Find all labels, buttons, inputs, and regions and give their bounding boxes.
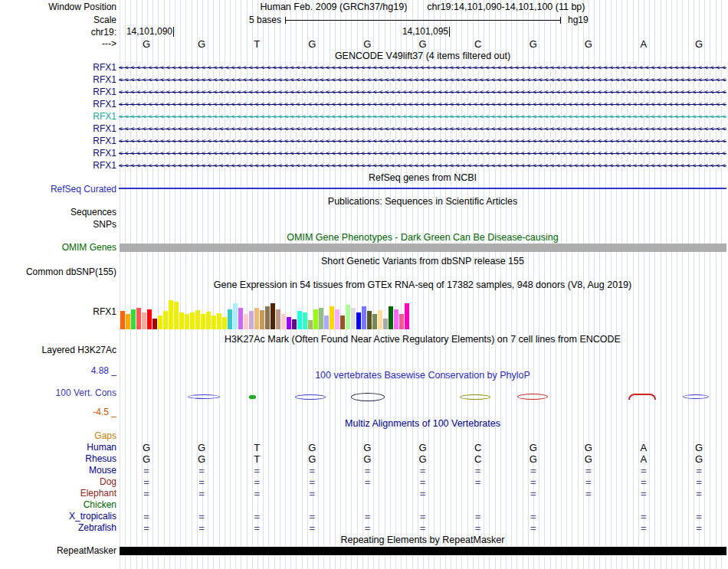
gtex-expression-bar[interactable] <box>206 312 211 329</box>
gtex-expression-bar[interactable] <box>152 319 157 329</box>
gtex-expression-bar[interactable] <box>351 308 356 329</box>
multiz-row-x_tropicalis[interactable]: X_tropicalis========== <box>0 511 728 522</box>
multiz-row-dog[interactable]: Dog=========== <box>0 476 728 488</box>
gtex-expression-bar[interactable] <box>158 316 162 329</box>
gtex-expression-bar[interactable] <box>195 310 200 329</box>
strand-direction-label[interactable]: ---> <box>0 38 116 49</box>
omim-gene-bar[interactable] <box>120 244 726 252</box>
gtex-expression-bar[interactable] <box>356 312 361 329</box>
gtex-expression-bar[interactable] <box>201 314 205 329</box>
gencode-track-title[interactable]: GENCODE V49lift37 (4 items filtered out) <box>119 51 726 61</box>
gencode-transcript-glyph[interactable]: <<<<<<<<<<<<<<<<<<<<<<<<<<<<<<<<<<<<<<<<… <box>119 135 726 147</box>
multiz-row-human[interactable]: HumanGGTGGGCGGAG <box>0 442 728 453</box>
gencode-transcript-glyph[interactable]: <<<<<<<<<<<<<<<<<<<<<<<<<<<<<<<<<<<<<<<<… <box>119 123 726 135</box>
species-label[interactable]: Elephant <box>0 488 116 499</box>
gtex-expression-bar[interactable] <box>281 314 286 329</box>
species-label[interactable]: Gaps <box>0 430 116 442</box>
vert-cons-label[interactable]: 100 Vert. Cons <box>0 388 116 398</box>
gencode-transcript-glyph[interactable]: <<<<<<<<<<<<<<<<<<<<<<<<<<<<<<<<<<<<<<<<… <box>119 74 726 86</box>
gtex-expression-bar[interactable] <box>362 306 366 329</box>
gtex-expression-bar[interactable] <box>212 316 216 329</box>
gencode-transcript-label[interactable]: RFX1 <box>0 61 116 74</box>
gtex-expression-bar[interactable] <box>185 314 189 329</box>
common-dbsnp-label[interactable]: Common dbSNP(155) <box>0 267 116 277</box>
gtex-expression-bar[interactable] <box>399 314 404 329</box>
gencode-transcript-row[interactable]: RFX1<<<<<<<<<<<<<<<<<<<<<<<<<<<<<<<<<<<<… <box>0 147 728 159</box>
gtex-expression-bar[interactable] <box>335 309 339 329</box>
h3k27ac-track-title[interactable]: H3K27Ac Mark (Often Found Near Active Re… <box>119 334 726 345</box>
gtex-expression-bar[interactable] <box>217 313 221 329</box>
gtex-expression-bar[interactable] <box>292 319 297 329</box>
gtex-expression-bar[interactable] <box>383 319 388 329</box>
species-label[interactable]: X_tropicalis <box>0 511 116 522</box>
species-label[interactable]: Human <box>0 442 116 453</box>
species-label[interactable]: Rhesus <box>0 453 116 465</box>
gtex-expression-bar[interactable] <box>126 314 130 329</box>
gtex-expression-bar[interactable] <box>228 309 232 329</box>
gtex-expression-bar[interactable] <box>313 309 318 329</box>
gtex-expression-bar[interactable] <box>394 309 398 329</box>
gencode-transcript-row[interactable]: RFX1<<<<<<<<<<<<<<<<<<<<<<<<<<<<<<<<<<<<… <box>0 123 728 135</box>
gtex-expression-bar[interactable] <box>346 305 350 329</box>
conservation-wiggle[interactable] <box>119 389 726 406</box>
gencode-transcript-row[interactable]: RFX1<<<<<<<<<<<<<<<<<<<<<<<<<<<<<<<<<<<<… <box>0 135 728 147</box>
gtex-expression-bar[interactable] <box>372 314 377 329</box>
gtex-expression-bar[interactable] <box>174 302 179 329</box>
gencode-transcript-glyph[interactable]: <<<<<<<<<<<<<<<<<<<<<<<<<<<<<<<<<<<<<<<<… <box>119 110 726 123</box>
gtex-expression-bar[interactable] <box>163 311 168 329</box>
gtex-expression-bar[interactable] <box>389 306 393 329</box>
multiz-row-gaps[interactable]: Gaps <box>0 430 728 442</box>
repeatmasker-element-bar[interactable] <box>120 547 726 555</box>
gencode-transcript-glyph[interactable]: <<<<<<<<<<<<<<<<<<<<<<<<<<<<<<<<<<<<<<<<… <box>119 159 726 172</box>
species-label[interactable]: Dog <box>0 476 116 488</box>
species-label[interactable]: Mouse <box>0 465 116 476</box>
gtex-expression-bar[interactable] <box>238 308 243 329</box>
multiz-row-zebrafish[interactable]: Zebrafish========== <box>0 522 728 534</box>
publications-sequences-label[interactable]: Sequences <box>0 207 116 217</box>
conservation-track-title[interactable]: 100 vertebrates Basewise Conservation by… <box>119 370 726 381</box>
layered-h3k27ac-label[interactable]: Layered H3K27Ac <box>0 345 116 355</box>
publications-track-title[interactable]: Publications: Sequences in Scientific Ar… <box>119 196 726 207</box>
gtex-expression-bar[interactable] <box>147 309 152 329</box>
gencode-transcript-label[interactable]: RFX1 <box>0 74 116 86</box>
gtex-expression-bar[interactable] <box>142 312 146 329</box>
publications-snps-label[interactable]: SNPs <box>0 219 116 230</box>
gencode-transcript-row[interactable]: RFX1<<<<<<<<<<<<<<<<<<<<<<<<<<<<<<<<<<<<… <box>0 74 728 86</box>
dbsnp-track-title[interactable]: Short Genetic Variants from dbSNP releas… <box>119 256 726 267</box>
gtex-expression-bar[interactable] <box>233 303 238 329</box>
gtex-expression-bar[interactable] <box>319 308 323 329</box>
gencode-transcript-label[interactable]: RFX1 <box>0 135 116 147</box>
gencode-transcript-glyph[interactable]: <<<<<<<<<<<<<<<<<<<<<<<<<<<<<<<<<<<<<<<<… <box>119 61 726 74</box>
gtex-expression-bar[interactable] <box>136 308 141 329</box>
gtex-expression-bar[interactable] <box>340 316 345 329</box>
gtex-expression-bar[interactable] <box>367 311 372 329</box>
gencode-transcript-row[interactable]: RFX1<<<<<<<<<<<<<<<<<<<<<<<<<<<<<<<<<<<<… <box>0 159 728 172</box>
gtex-expression-bar[interactable] <box>405 303 409 329</box>
gtex-expression-bar[interactable] <box>120 311 125 329</box>
gencode-transcript-label[interactable]: RFX1 <box>0 159 116 172</box>
species-label[interactable]: Chicken <box>0 499 116 511</box>
gtex-expression-bar[interactable] <box>378 310 382 329</box>
gtex-expression-bar[interactable] <box>190 312 195 329</box>
gtex-gene-label[interactable]: RFX1 <box>0 306 116 317</box>
gtex-expression-bar[interactable] <box>265 306 270 329</box>
gencode-transcript-row[interactable]: RFX1<<<<<<<<<<<<<<<<<<<<<<<<<<<<<<<<<<<<… <box>0 98 728 110</box>
gtex-track-title[interactable]: Gene Expression in 54 tissues from GTEx … <box>119 280 726 290</box>
gencode-transcript-row[interactable]: RFX1<<<<<<<<<<<<<<<<<<<<<<<<<<<<<<<<<<<<… <box>0 86 728 98</box>
gtex-expression-bar[interactable] <box>276 309 280 329</box>
omim-genes-label[interactable]: OMIM Genes <box>0 243 116 253</box>
gtex-expression-bar[interactable] <box>254 308 259 329</box>
gtex-expression-bar[interactable] <box>308 320 313 329</box>
gtex-expression-bar[interactable] <box>244 314 248 329</box>
multiz-row-mouse[interactable]: Mouse=========== <box>0 465 728 476</box>
species-label[interactable]: Zebrafish <box>0 522 116 534</box>
refseq-gene-line[interactable] <box>119 188 726 189</box>
gtex-expression-bar[interactable] <box>287 317 291 329</box>
gencode-transcript-glyph[interactable]: <<<<<<<<<<<<<<<<<<<<<<<<<<<<<<<<<<<<<<<<… <box>119 147 726 159</box>
gencode-transcript-row[interactable]: RFX1<<<<<<<<<<<<<<<<<<<<<<<<<<<<<<<<<<<<… <box>0 61 728 74</box>
gtex-expression-bar[interactable] <box>169 300 173 329</box>
refseq-track-title[interactable]: RefSeq genes from NCBI <box>119 172 726 183</box>
omim-track-title[interactable]: OMIM Gene Phenotypes - Dark Green Can Be… <box>119 232 726 243</box>
refseq-curated-label[interactable]: RefSeq Curated <box>0 184 116 195</box>
multiz-track-title[interactable]: Multiz Alignments of 100 Vertebrates <box>119 418 726 429</box>
